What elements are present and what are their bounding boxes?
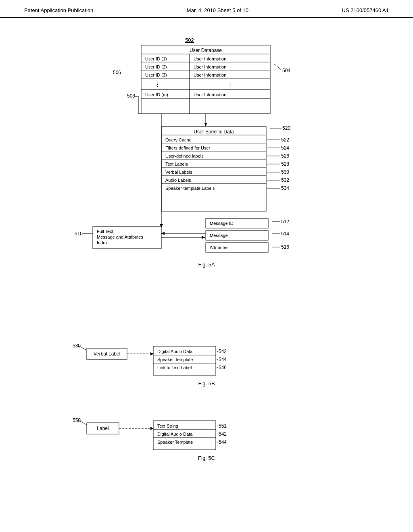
fig5b-row3: Link to Text Label	[157, 365, 192, 370]
row-audio-labels: Audio Labels	[165, 178, 191, 183]
row-verbal-labels: Verbal Labels	[165, 170, 192, 175]
fig5c-caption: Fig. 5C	[32, 455, 381, 461]
ref-512-label: 512	[281, 219, 289, 224]
ref-508-label: 508	[127, 93, 135, 99]
svg-marker-27	[160, 224, 163, 227]
ref-504-label: 504	[282, 68, 290, 73]
fig5b-caption: Fig. 5B	[32, 380, 381, 387]
user-specific-header: User Specific Data	[194, 129, 234, 135]
verbal-label-text: Verbal Label	[94, 351, 121, 357]
ref-528: 528	[281, 161, 289, 167]
fig5c-row2: Digital Audio Data	[157, 432, 193, 436]
row-speaker-labels: Speaker-template Labels	[165, 186, 215, 191]
ref-524: 524	[281, 145, 289, 151]
ref-544-c: 544	[219, 439, 227, 445]
message-id-label: Message ID	[210, 221, 234, 226]
dots-id: ⋮	[155, 81, 160, 87]
ref-532: 532	[281, 177, 289, 183]
row-filters: Filters defined for User	[165, 145, 211, 150]
svg-marker-23	[202, 236, 205, 239]
ref-542-c: 542	[219, 431, 227, 437]
full-text-line1: Full Text	[97, 229, 113, 234]
ref-526: 526	[281, 153, 289, 159]
ref-542-b: 542	[219, 349, 227, 354]
row-query-cache: Query Cache	[165, 137, 192, 142]
full-text-line3: Index	[97, 240, 108, 245]
ref-502-label: 502	[185, 37, 194, 43]
fig5b-row1: Digital Audio Data	[157, 349, 193, 354]
ref-534: 534	[281, 185, 289, 191]
user-row-2-info: User Information	[194, 64, 226, 69]
main-content: 502 504 506 User Database User ID (1) Us…	[0, 18, 413, 497]
message-label: Message	[210, 233, 228, 238]
page-header: Patent Application Publication Mar. 4, 2…	[0, 0, 413, 18]
header-right: US 2100/057460 A1	[342, 7, 389, 13]
ref-522: 522	[281, 137, 289, 143]
fig5c-row1: Text String	[157, 424, 178, 428]
ref-546-b: 546	[219, 365, 227, 370]
ref-530-b: 530	[281, 169, 289, 175]
ref-520-label: 520	[282, 125, 290, 131]
fig5a-svg: 502 504 506 User Database User ID (1) Us…	[32, 30, 379, 312]
fig5c-section: 550 Label Text String Digital Audio Data…	[32, 411, 381, 469]
user-row-3-info: User Information	[194, 73, 226, 77]
user-row-2-id: User ID (2)	[145, 64, 167, 69]
header-middle: Mar. 4, 2010 Sheet 5 of 10	[187, 7, 248, 13]
ref-544-b: 544	[219, 357, 227, 362]
attributes-label: Attributes	[210, 245, 229, 250]
full-text-line2: Message and Attributes	[97, 235, 143, 239]
user-db-header: User Database	[190, 48, 222, 53]
fig5c-row3: Speaker Template	[157, 440, 193, 445]
svg-rect-1	[141, 45, 270, 114]
svg-line-0	[274, 64, 282, 70]
ref-516-label: 516	[281, 244, 289, 250]
svg-marker-25	[161, 232, 165, 235]
ref-510-label: 510	[75, 231, 83, 237]
header-left: Patent Application Publication	[24, 7, 93, 13]
row-user-labels: User-defined labels	[165, 154, 204, 158]
ref-551-c: 551	[219, 423, 227, 429]
label-text: Label	[97, 426, 108, 431]
fig5a-caption: Fig. 5A	[32, 262, 381, 268]
user-row-m-id: User ID (m)	[145, 92, 168, 97]
fig5a-section: 502 504 506 User Database User ID (1) Us…	[32, 30, 381, 320]
fig5b-row2: Speaker Template	[157, 357, 193, 362]
user-row-1-info: User Information	[194, 56, 226, 61]
user-row-1-id: User ID (1)	[145, 56, 167, 61]
ref-514-label: 514	[281, 231, 289, 237]
ref-550-label: 550	[73, 418, 81, 423]
ref-506-label: 506	[113, 70, 121, 75]
ref-530-label: 530	[73, 343, 81, 349]
row-text-labels: Text Labels	[165, 162, 188, 166]
user-row-m-info: User Information	[194, 92, 226, 97]
dots-info: ⋮	[227, 81, 233, 87]
fig5b-section: 530 Verbal Label Digital Audio Data Spea…	[32, 336, 381, 395]
user-row-3-id: User ID (3)	[145, 73, 167, 77]
